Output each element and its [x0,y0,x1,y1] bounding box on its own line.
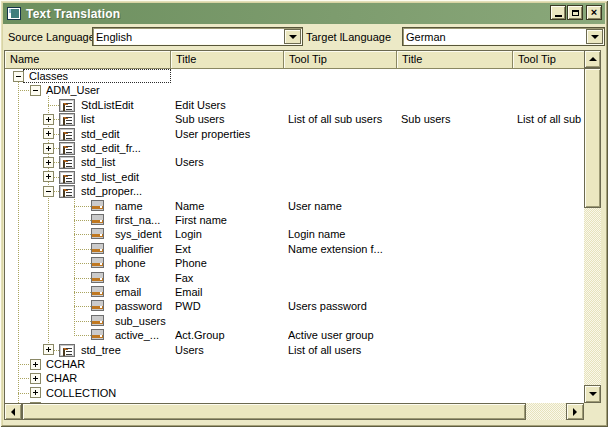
title-cell: Sub users [175,112,282,126]
target-language-label: Target lLanguage [306,31,391,43]
tree-row-std_edit_fr[interactable]: std_edit_fr... [5,141,585,156]
column-header-tool-tip-4[interactable]: Tool Tip [513,51,585,69]
column-header-tool-tip-2[interactable]: Tool Tip [284,51,397,69]
tree-row-std_list_edit[interactable]: std_list_edit [5,170,585,185]
expand-toggle-icon[interactable] [30,359,41,370]
tree-row-first_na[interactable]: first_na...First name [5,213,585,228]
horizontal-scroll-thumb[interactable] [22,403,526,420]
tree-row-active_[interactable]: active_...Act.GroupActive user group [5,328,585,343]
source-language-select[interactable]: English [92,27,303,46]
name-cell: std_edit [81,127,171,141]
tree-row-sys_ident[interactable]: sys_identLoginLogin name [5,227,585,242]
title-cell: Users [175,155,282,169]
name-cell: std_list_edit [81,170,171,184]
tree-row-std_list[interactable]: std_listUsers [5,155,585,170]
scroll-left-button[interactable] [4,403,22,420]
tree-row-qualifier[interactable]: qualifierExtName extension f... [5,242,585,257]
name-cell: sub_users [115,314,171,328]
target-language-dropdown-button[interactable] [586,29,603,44]
name-cell: password [115,299,171,313]
tree-row-COLLECTION[interactable]: COLLECTION [5,386,585,401]
tree-row-sub_users[interactable]: sub_users [5,314,585,329]
expand-toggle-icon[interactable] [43,344,54,355]
tree-row-std_tree[interactable]: std_treeUsersList of all users [5,343,585,358]
title-cell: User properties [175,127,282,141]
collapse-toggle-icon[interactable] [13,71,24,82]
tree-row-CCHAR[interactable]: CCHAR [5,357,585,372]
target-language-value: German [403,31,586,43]
form-icon [59,113,75,126]
arrow-up-icon [589,57,597,61]
tree-row-ADM_User[interactable]: ADM_User [5,83,585,98]
scrollbar-corner [584,403,601,421]
title-cell: First name [175,213,282,227]
tree-row-std_edit[interactable]: std_editUser properties [5,127,585,142]
tree-row-list[interactable]: listSub usersList of all sub usersSub us… [5,112,585,127]
scroll-up-button[interactable] [584,50,601,68]
minimize-button[interactable] [550,5,566,20]
scroll-right-button[interactable] [566,403,584,420]
expand-toggle-icon[interactable] [43,143,54,154]
collapse-toggle-icon[interactable] [43,186,54,197]
field-icon [91,214,104,225]
vertical-scroll-track[interactable] [584,208,601,385]
field-icon [91,300,104,311]
horizontal-scroll-track[interactable] [526,403,566,420]
title-cell: Act.Group [175,328,282,342]
form-icon [59,99,75,112]
expand-toggle-icon[interactable] [43,128,54,139]
collapse-toggle-icon[interactable] [30,85,41,96]
title-cell: Users [175,343,282,357]
title-bar[interactable]: Text Translation × [3,3,605,24]
tree-row-Classes[interactable]: Classes [5,69,585,84]
tree-guide-stub [74,278,91,279]
scroll-down-button[interactable] [584,385,601,403]
expand-toggle-icon[interactable] [43,114,54,125]
tree-row-CHAR[interactable]: CHAR [5,371,585,386]
tree-row-phone[interactable]: phonePhone [5,256,585,271]
form-icon [59,156,75,169]
tree-row-fax[interactable]: faxFax [5,271,585,286]
vertical-scrollbar[interactable] [584,50,601,403]
tooltip-cell: User name [288,199,395,213]
tooltip-cell: Name extension f... [288,242,395,256]
expand-toggle-icon[interactable] [43,157,54,168]
form-icon [59,185,75,198]
tree-guide-stub [74,220,91,221]
tree-guide-stub [18,378,30,379]
tree-guide-stub [74,306,91,307]
tree-row-password[interactable]: passwordPWDUsers password [5,299,585,314]
column-header-title-1[interactable]: Title [171,51,284,69]
tree-guide-stub [74,263,91,264]
tree-guide-stub [18,90,30,91]
app-window-icon [7,7,21,20]
horizontal-scrollbar[interactable] [4,403,584,421]
expand-toggle-icon[interactable] [30,373,41,384]
title-cell: Email [175,285,282,299]
field-icon [91,257,104,268]
column-header-name-0[interactable]: Name [5,51,171,69]
source-language-dropdown-button[interactable] [284,29,301,44]
name-cell: CHAR [46,371,171,385]
tree-row-StdListEdit[interactable]: StdListEditEdit Users [5,98,585,113]
tree-row-std_proper[interactable]: std_proper... [5,184,585,199]
name-cell: phone [115,256,171,270]
close-button[interactable]: × [586,5,602,20]
form-icon [59,128,75,141]
name-cell: std_proper... [81,184,171,198]
expand-toggle-icon[interactable] [43,171,54,182]
maximize-button[interactable] [567,5,583,20]
expand-toggle-icon[interactable] [30,387,41,398]
vertical-scroll-thumb[interactable] [584,68,601,208]
tooltip-cell: Users password [288,299,395,313]
tree-guide-stub [74,321,91,322]
form-icon [59,344,75,357]
text-translation-window: Text Translation × Source Language Engli… [0,0,608,427]
tree-row-email[interactable]: emailEmail [5,285,585,300]
chevron-down-icon [289,35,297,39]
target-language-select[interactable]: German [402,27,605,46]
tooltip-cell: Active user group [288,328,395,342]
tree-row-name[interactable]: nameNameUser name [5,199,585,214]
column-header-title-3[interactable]: Title [397,51,513,69]
name-cell: std_tree [81,343,171,357]
